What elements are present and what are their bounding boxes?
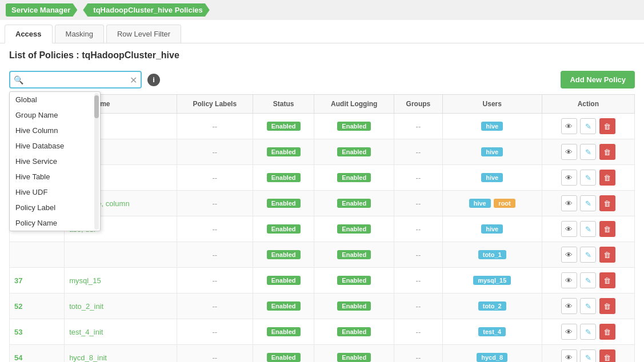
edit-button[interactable]: ✎ (580, 170, 596, 186)
action-cell: 👁 ✎ 🗑 (542, 216, 634, 242)
status-cell: Enabled (253, 114, 314, 139)
edit-button[interactable]: ✎ (580, 195, 596, 211)
col-header-action: Action (542, 95, 634, 114)
dropdown-item-hive-service[interactable]: Hive Service (10, 154, 100, 169)
table-row: 53test_4_init--EnabledEnabled--test_4 👁 … (10, 319, 635, 345)
policy-id-cell: 37 (10, 268, 65, 293)
delete-button[interactable]: 🗑 (599, 170, 615, 186)
audit-badge: Enabled (337, 276, 371, 285)
view-button[interactable]: 👁 (561, 221, 577, 237)
search-dropdown-wrapper: 🔍 ✕ Global Group Name Hive Column Hive D… (9, 71, 142, 89)
status-cell: Enabled (253, 165, 314, 191)
dropdown-item-hive-udf[interactable]: Hive UDF (10, 184, 100, 200)
info-icon[interactable]: i (147, 74, 160, 86)
audit-badge: Enabled (337, 224, 371, 234)
view-button[interactable]: 👁 (561, 298, 577, 314)
view-button[interactable]: 👁 (561, 144, 577, 160)
edit-button[interactable]: ✎ (580, 118, 596, 134)
policy-name[interactable]: toto_2_init (69, 302, 103, 311)
tab-access[interactable]: Access (5, 25, 53, 43)
policy-labels-cell: -- (177, 268, 253, 293)
policy-id[interactable]: 53 (14, 328, 22, 336)
policy-labels-cell: -- (177, 242, 253, 268)
dropdown-item-policy-name[interactable]: Policy Name (10, 215, 100, 231)
audit-logging-cell: Enabled (314, 242, 394, 268)
breadcrumb-policies[interactable]: tqHadoopCluster_hive Policies (83, 3, 209, 17)
audit-logging-cell: Enabled (314, 191, 394, 216)
view-button[interactable]: 👁 (561, 349, 577, 362)
delete-button[interactable]: 🗑 (599, 118, 615, 134)
view-button[interactable]: 👁 (561, 170, 577, 186)
search-input[interactable] (9, 71, 142, 89)
policy-id-cell: 52 (10, 293, 65, 319)
edit-button[interactable]: ✎ (580, 247, 596, 263)
view-button[interactable]: 👁 (561, 118, 577, 134)
edit-button[interactable]: ✎ (580, 324, 596, 340)
groups-cell: -- (394, 268, 443, 293)
dropdown-item-policy-label[interactable]: Policy Label (10, 200, 100, 215)
policy-name[interactable]: hycd_8_init (69, 353, 107, 362)
action-cell: 👁 ✎ 🗑 (542, 268, 634, 293)
groups-cell: -- (394, 114, 443, 139)
dropdown-item-global[interactable]: Global (10, 92, 100, 107)
edit-button[interactable]: ✎ (580, 349, 596, 362)
view-button[interactable]: 👁 (561, 324, 577, 340)
edit-button[interactable]: ✎ (580, 298, 596, 314)
delete-button[interactable]: 🗑 (599, 324, 615, 340)
delete-button[interactable]: 🗑 (599, 247, 615, 263)
status-badge: Enabled (267, 353, 301, 362)
breadcrumb-service-manager[interactable]: Service Manager (6, 3, 77, 17)
delete-button[interactable]: 🗑 (599, 272, 615, 288)
view-button[interactable]: 👁 (561, 247, 577, 263)
audit-logging-cell: Enabled (314, 139, 394, 165)
policy-id[interactable]: 52 (14, 302, 22, 311)
dropdown-item-hive-database[interactable]: Hive Database (10, 138, 100, 154)
status-badge: Enabled (267, 173, 301, 182)
dropdown-item-hive-table[interactable]: Hive Table (10, 169, 100, 184)
policy-labels-cell: -- (177, 165, 253, 191)
policy-id-cell: 53 (10, 319, 65, 345)
policy-id-cell (10, 242, 65, 268)
breadcrumb: Service Manager tqHadoopCluster_hive Pol… (0, 0, 644, 20)
groups-cell: -- (394, 139, 443, 165)
status-cell: Enabled (253, 319, 314, 345)
policy-name-cell: toto_2_init (65, 293, 177, 319)
users-cell: hive (442, 139, 542, 165)
audit-logging-cell: Enabled (314, 268, 394, 293)
policy-id[interactable]: 54 (14, 353, 22, 362)
audit-logging-cell: Enabled (314, 319, 394, 345)
table-row: 52toto_2_init--EnabledEnabled--toto_2 👁 … (10, 293, 635, 319)
action-cell: 👁 ✎ 🗑 (542, 242, 634, 268)
users-cell: hycd_8 (442, 345, 542, 363)
edit-button[interactable]: ✎ (580, 221, 596, 237)
view-button[interactable]: 👁 (561, 195, 577, 211)
search-clear-icon[interactable]: ✕ (130, 74, 137, 85)
dropdown-item-hive-column[interactable]: Hive Column (10, 123, 100, 138)
status-badge: Enabled (267, 122, 301, 131)
edit-button[interactable]: ✎ (580, 144, 596, 160)
delete-button[interactable]: 🗑 (599, 195, 615, 211)
delete-button[interactable]: 🗑 (599, 349, 615, 362)
delete-button[interactable]: 🗑 (599, 298, 615, 314)
user-badge: hive (481, 147, 503, 156)
add-new-policy-button[interactable]: Add New Policy (561, 71, 635, 89)
tabs-container: Access Masking Row Level Filter (0, 20, 644, 43)
edit-button[interactable]: ✎ (580, 272, 596, 288)
dropdown-item-group-name[interactable]: Group Name (10, 107, 100, 123)
delete-button[interactable]: 🗑 (599, 221, 615, 237)
table-row: service--EnabledEnabled--hive 👁 ✎ 🗑 (10, 114, 635, 139)
status-badge: Enabled (267, 327, 301, 336)
view-button[interactable]: 👁 (561, 272, 577, 288)
audit-badge: Enabled (337, 122, 371, 131)
status-cell: Enabled (253, 268, 314, 293)
delete-button[interactable]: 🗑 (599, 144, 615, 160)
action-cell: 👁 ✎ 🗑 (542, 191, 634, 216)
action-cell: 👁 ✎ 🗑 (542, 319, 634, 345)
tab-row-level-filter[interactable]: Row Level Filter (106, 25, 181, 43)
policy-name[interactable]: test_4_init (69, 328, 103, 336)
policy-name[interactable]: mysql_15 (69, 276, 101, 285)
col-header-status: Status (253, 95, 314, 114)
policy-id[interactable]: 37 (14, 276, 22, 285)
tab-masking[interactable]: Masking (55, 25, 104, 43)
status-badge: Enabled (267, 224, 301, 234)
